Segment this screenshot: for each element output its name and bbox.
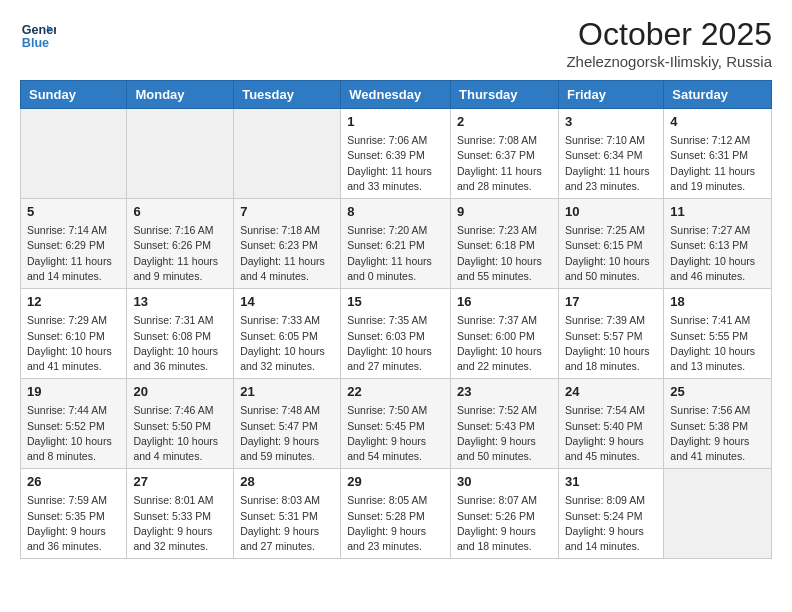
day-info: Sunrise: 7:44 AMSunset: 5:52 PMDaylight:… xyxy=(27,403,120,464)
day-number: 29 xyxy=(347,473,444,491)
calendar-week-row: 5Sunrise: 7:14 AMSunset: 6:29 PMDaylight… xyxy=(21,199,772,289)
day-info: Sunrise: 7:48 AMSunset: 5:47 PMDaylight:… xyxy=(240,403,334,464)
day-info: Sunrise: 7:46 AMSunset: 5:50 PMDaylight:… xyxy=(133,403,227,464)
day-number: 10 xyxy=(565,203,657,221)
calendar-day-1: 1Sunrise: 7:06 AMSunset: 6:39 PMDaylight… xyxy=(341,109,451,199)
day-number: 8 xyxy=(347,203,444,221)
day-number: 19 xyxy=(27,383,120,401)
day-info: Sunrise: 7:31 AMSunset: 6:08 PMDaylight:… xyxy=(133,313,227,374)
calendar-day-18: 18Sunrise: 7:41 AMSunset: 5:55 PMDayligh… xyxy=(664,289,772,379)
weekday-header-thursday: Thursday xyxy=(451,81,559,109)
day-number: 31 xyxy=(565,473,657,491)
calendar-day-24: 24Sunrise: 7:54 AMSunset: 5:40 PMDayligh… xyxy=(558,379,663,469)
page: General Blue October 2025 Zheleznogorsk-… xyxy=(0,0,792,612)
day-info: Sunrise: 7:37 AMSunset: 6:00 PMDaylight:… xyxy=(457,313,552,374)
svg-text:Blue: Blue xyxy=(22,36,49,50)
calendar-day-22: 22Sunrise: 7:50 AMSunset: 5:45 PMDayligh… xyxy=(341,379,451,469)
day-info: Sunrise: 7:23 AMSunset: 6:18 PMDaylight:… xyxy=(457,223,552,284)
day-number: 1 xyxy=(347,113,444,131)
day-number: 5 xyxy=(27,203,120,221)
header: General Blue October 2025 Zheleznogorsk-… xyxy=(20,16,772,70)
calendar-day-11: 11Sunrise: 7:27 AMSunset: 6:13 PMDayligh… xyxy=(664,199,772,289)
day-info: Sunrise: 7:56 AMSunset: 5:38 PMDaylight:… xyxy=(670,403,765,464)
day-number: 11 xyxy=(670,203,765,221)
day-info: Sunrise: 7:18 AMSunset: 6:23 PMDaylight:… xyxy=(240,223,334,284)
calendar-day-14: 14Sunrise: 7:33 AMSunset: 6:05 PMDayligh… xyxy=(234,289,341,379)
day-number: 23 xyxy=(457,383,552,401)
calendar-day-5: 5Sunrise: 7:14 AMSunset: 6:29 PMDaylight… xyxy=(21,199,127,289)
day-info: Sunrise: 7:08 AMSunset: 6:37 PMDaylight:… xyxy=(457,133,552,194)
calendar-day-9: 9Sunrise: 7:23 AMSunset: 6:18 PMDaylight… xyxy=(451,199,559,289)
day-info: Sunrise: 8:07 AMSunset: 5:26 PMDaylight:… xyxy=(457,493,552,554)
calendar-empty-cell xyxy=(234,109,341,199)
calendar-day-21: 21Sunrise: 7:48 AMSunset: 5:47 PMDayligh… xyxy=(234,379,341,469)
calendar-day-31: 31Sunrise: 8:09 AMSunset: 5:24 PMDayligh… xyxy=(558,469,663,559)
day-number: 14 xyxy=(240,293,334,311)
weekday-header-tuesday: Tuesday xyxy=(234,81,341,109)
day-info: Sunrise: 7:06 AMSunset: 6:39 PMDaylight:… xyxy=(347,133,444,194)
calendar-day-20: 20Sunrise: 7:46 AMSunset: 5:50 PMDayligh… xyxy=(127,379,234,469)
calendar-day-10: 10Sunrise: 7:25 AMSunset: 6:15 PMDayligh… xyxy=(558,199,663,289)
calendar-day-8: 8Sunrise: 7:20 AMSunset: 6:21 PMDaylight… xyxy=(341,199,451,289)
calendar-day-2: 2Sunrise: 7:08 AMSunset: 6:37 PMDaylight… xyxy=(451,109,559,199)
calendar-day-7: 7Sunrise: 7:18 AMSunset: 6:23 PMDaylight… xyxy=(234,199,341,289)
calendar-day-6: 6Sunrise: 7:16 AMSunset: 6:26 PMDaylight… xyxy=(127,199,234,289)
day-number: 4 xyxy=(670,113,765,131)
day-info: Sunrise: 7:35 AMSunset: 6:03 PMDaylight:… xyxy=(347,313,444,374)
day-number: 28 xyxy=(240,473,334,491)
calendar-day-26: 26Sunrise: 7:59 AMSunset: 5:35 PMDayligh… xyxy=(21,469,127,559)
calendar-empty-cell xyxy=(664,469,772,559)
calendar-day-16: 16Sunrise: 7:37 AMSunset: 6:00 PMDayligh… xyxy=(451,289,559,379)
day-info: Sunrise: 7:14 AMSunset: 6:29 PMDaylight:… xyxy=(27,223,120,284)
day-number: 22 xyxy=(347,383,444,401)
calendar-week-row: 26Sunrise: 7:59 AMSunset: 5:35 PMDayligh… xyxy=(21,469,772,559)
weekday-header-monday: Monday xyxy=(127,81,234,109)
logo-icon: General Blue xyxy=(20,16,56,52)
calendar-day-29: 29Sunrise: 8:05 AMSunset: 5:28 PMDayligh… xyxy=(341,469,451,559)
day-info: Sunrise: 7:50 AMSunset: 5:45 PMDaylight:… xyxy=(347,403,444,464)
day-info: Sunrise: 7:16 AMSunset: 6:26 PMDaylight:… xyxy=(133,223,227,284)
day-info: Sunrise: 8:03 AMSunset: 5:31 PMDaylight:… xyxy=(240,493,334,554)
calendar-day-4: 4Sunrise: 7:12 AMSunset: 6:31 PMDaylight… xyxy=(664,109,772,199)
day-info: Sunrise: 8:09 AMSunset: 5:24 PMDaylight:… xyxy=(565,493,657,554)
day-info: Sunrise: 7:29 AMSunset: 6:10 PMDaylight:… xyxy=(27,313,120,374)
day-info: Sunrise: 7:25 AMSunset: 6:15 PMDaylight:… xyxy=(565,223,657,284)
day-info: Sunrise: 7:33 AMSunset: 6:05 PMDaylight:… xyxy=(240,313,334,374)
day-number: 6 xyxy=(133,203,227,221)
day-info: Sunrise: 7:54 AMSunset: 5:40 PMDaylight:… xyxy=(565,403,657,464)
day-number: 17 xyxy=(565,293,657,311)
day-info: Sunrise: 7:52 AMSunset: 5:43 PMDaylight:… xyxy=(457,403,552,464)
calendar-empty-cell xyxy=(21,109,127,199)
calendar-day-28: 28Sunrise: 8:03 AMSunset: 5:31 PMDayligh… xyxy=(234,469,341,559)
day-info: Sunrise: 8:05 AMSunset: 5:28 PMDaylight:… xyxy=(347,493,444,554)
calendar-day-27: 27Sunrise: 8:01 AMSunset: 5:33 PMDayligh… xyxy=(127,469,234,559)
calendar-day-3: 3Sunrise: 7:10 AMSunset: 6:34 PMDaylight… xyxy=(558,109,663,199)
calendar-week-row: 1Sunrise: 7:06 AMSunset: 6:39 PMDaylight… xyxy=(21,109,772,199)
day-number: 16 xyxy=(457,293,552,311)
calendar-day-15: 15Sunrise: 7:35 AMSunset: 6:03 PMDayligh… xyxy=(341,289,451,379)
day-info: Sunrise: 7:27 AMSunset: 6:13 PMDaylight:… xyxy=(670,223,765,284)
day-number: 2 xyxy=(457,113,552,131)
day-info: Sunrise: 7:12 AMSunset: 6:31 PMDaylight:… xyxy=(670,133,765,194)
day-info: Sunrise: 7:59 AMSunset: 5:35 PMDaylight:… xyxy=(27,493,120,554)
weekday-header-saturday: Saturday xyxy=(664,81,772,109)
calendar-day-23: 23Sunrise: 7:52 AMSunset: 5:43 PMDayligh… xyxy=(451,379,559,469)
day-number: 20 xyxy=(133,383,227,401)
weekday-header-wednesday: Wednesday xyxy=(341,81,451,109)
day-number: 15 xyxy=(347,293,444,311)
day-number: 30 xyxy=(457,473,552,491)
day-number: 7 xyxy=(240,203,334,221)
calendar-day-13: 13Sunrise: 7:31 AMSunset: 6:08 PMDayligh… xyxy=(127,289,234,379)
calendar-day-19: 19Sunrise: 7:44 AMSunset: 5:52 PMDayligh… xyxy=(21,379,127,469)
day-info: Sunrise: 7:41 AMSunset: 5:55 PMDaylight:… xyxy=(670,313,765,374)
day-info: Sunrise: 7:39 AMSunset: 5:57 PMDaylight:… xyxy=(565,313,657,374)
calendar-day-17: 17Sunrise: 7:39 AMSunset: 5:57 PMDayligh… xyxy=(558,289,663,379)
calendar-empty-cell xyxy=(127,109,234,199)
day-info: Sunrise: 8:01 AMSunset: 5:33 PMDaylight:… xyxy=(133,493,227,554)
calendar-day-30: 30Sunrise: 8:07 AMSunset: 5:26 PMDayligh… xyxy=(451,469,559,559)
day-info: Sunrise: 7:20 AMSunset: 6:21 PMDaylight:… xyxy=(347,223,444,284)
day-number: 26 xyxy=(27,473,120,491)
weekday-header-sunday: Sunday xyxy=(21,81,127,109)
day-number: 25 xyxy=(670,383,765,401)
day-number: 13 xyxy=(133,293,227,311)
